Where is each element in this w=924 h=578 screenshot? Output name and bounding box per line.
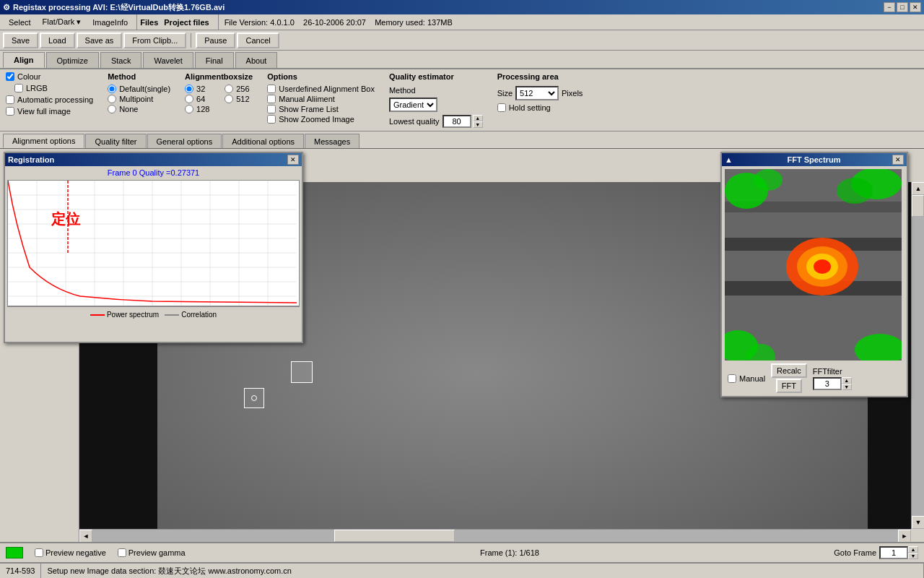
menu-select[interactable]: Select: [3, 17, 37, 28]
registration-close-btn[interactable]: ✕: [287, 155, 299, 165]
alignbox-256-radio[interactable]: [225, 85, 233, 93]
preview-negative-row: Preview negative: [35, 548, 106, 557]
from-clipb-button[interactable]: From Clipb...: [123, 33, 186, 48]
method-default-row: Default(single): [108, 85, 170, 93]
scroll-down-button[interactable]: ▼: [912, 516, 924, 529]
subtab-quality-filter[interactable]: Quality filter: [85, 134, 146, 148]
fft-manual-label: Manual: [739, 374, 765, 383]
goto-spinner-up[interactable]: ▲: [908, 546, 918, 553]
preview-gamma-checkbox[interactable]: [118, 548, 126, 557]
title-bar: ⚙ Registax processing AVI: E:\经VirtualDu…: [0, 0, 924, 14]
preview-negative-checkbox[interactable]: [35, 548, 43, 557]
fft-filter-group: FFTfilter ▲ ▼: [813, 367, 852, 390]
goto-spinner-down[interactable]: ▼: [908, 553, 918, 559]
hold-setting-label: Hold setting: [509, 103, 551, 112]
colour-checkbox[interactable]: [6, 72, 14, 81]
pause-button[interactable]: Pause: [196, 33, 235, 48]
status-bar: 714-593 Setup new Image data section: 燚速…: [0, 562, 924, 578]
files-label: Files: [140, 18, 158, 27]
alignbox-128-label: 128: [196, 105, 209, 113]
fft-content: Manual Recalc FFT FFTfilter ▲ ▼: [722, 166, 907, 399]
show-frame-row: Show Frame List: [267, 105, 375, 113]
save-button[interactable]: Save: [3, 33, 38, 48]
colour-options: Colour LRGB Automatic processing View fu…: [6, 72, 93, 116]
tab-align[interactable]: Align: [3, 52, 45, 68]
scroll-right-button[interactable]: ►: [898, 530, 911, 543]
auto-processing-label: Automatic processing: [17, 95, 93, 104]
v-scroll-thumb[interactable]: [912, 195, 924, 217]
alignbox-256-label: 256: [236, 85, 249, 93]
target-box-1: [291, 361, 313, 383]
spinner-up[interactable]: ▲: [473, 115, 483, 121]
v-scroll-track: [912, 195, 924, 516]
tab-stack[interactable]: Stack: [100, 52, 142, 68]
fft-filter-input[interactable]: [813, 377, 842, 390]
project-files-label: Project files: [164, 18, 209, 27]
svg-point-25: [814, 259, 831, 274]
maximize-button[interactable]: □: [897, 2, 908, 12]
auto-processing-checkbox[interactable]: [6, 95, 14, 104]
fft-manual-checkbox[interactable]: [728, 374, 736, 383]
size-row: Size 512 256 1024 Pixels: [497, 86, 583, 100]
scroll-left-button[interactable]: ◄: [79, 530, 92, 543]
subtab-additional-options[interactable]: Additional options: [222, 134, 304, 148]
fft-spinner-down[interactable]: ▼: [842, 384, 852, 390]
h-scroll-thumb[interactable]: [334, 530, 455, 542]
show-zoomed-checkbox[interactable]: [267, 115, 276, 124]
method-multipoint-radio[interactable]: [108, 95, 116, 103]
alignbox-64-label: 64: [196, 95, 205, 103]
recalc-button[interactable]: Recalc: [771, 363, 807, 378]
tab-optimize[interactable]: Optimize: [46, 52, 99, 68]
chinese-positioning-text: 定位: [51, 210, 80, 229]
fft-spinner-up[interactable]: ▲: [842, 377, 852, 384]
save-as-button[interactable]: Save as: [77, 33, 123, 48]
options-title: Options: [267, 72, 375, 81]
manual-checkbox[interactable]: [267, 95, 276, 103]
spinner-buttons: ▲ ▼: [473, 115, 483, 128]
coords-text: 714-593: [6, 566, 35, 575]
menu-imageinfo[interactable]: ImageInfo: [87, 17, 134, 28]
quality-method-label: Method: [389, 86, 416, 95]
userdefined-label: Userdefined Alignment Box: [279, 85, 375, 93]
alignbox-64-radio[interactable]: [185, 95, 193, 103]
alignbox-128-radio[interactable]: [185, 105, 193, 113]
method-default-radio[interactable]: [108, 85, 116, 93]
colour-check-row: Colour: [6, 72, 93, 81]
close-button[interactable]: ✕: [910, 2, 921, 12]
show-frame-checkbox[interactable]: [267, 105, 276, 113]
quality-method-select[interactable]: Gradient: [389, 98, 437, 112]
alignbox-512-label: 512: [236, 95, 249, 103]
cancel-button[interactable]: Cancel: [237, 33, 279, 48]
method-none-radio[interactable]: [108, 105, 116, 113]
fft-image-area: [725, 169, 902, 361]
graph-area: 定位: [7, 180, 300, 306]
subtab-general-options[interactable]: General options: [147, 134, 222, 148]
lrgb-checkbox[interactable]: [14, 84, 23, 92]
menu-flatdark[interactable]: Flat/Dark ▾: [37, 16, 87, 28]
spinner-down[interactable]: ▼: [473, 121, 483, 128]
frame-quality-text: Frame 0 Quality =0.27371: [7, 168, 300, 177]
method-none-row: None: [108, 105, 170, 113]
tab-final[interactable]: Final: [195, 52, 234, 68]
lowest-quality-input[interactable]: [443, 115, 471, 128]
load-button[interactable]: Load: [40, 33, 74, 48]
view-full-checkbox[interactable]: [6, 107, 14, 116]
alignbox-512-radio[interactable]: [225, 95, 233, 103]
fft-filter-label: FFTfilter: [813, 367, 842, 376]
goto-frame-input[interactable]: [879, 546, 908, 559]
recalc-fft-group: Recalc FFT: [771, 363, 807, 393]
scroll-up-button[interactable]: ▲: [912, 182, 924, 195]
hold-setting-checkbox[interactable]: [497, 103, 506, 112]
tab-wavelet[interactable]: Wavelet: [143, 52, 193, 68]
subtab-alignment-options[interactable]: Alignment options: [3, 134, 84, 148]
alignbox-32-radio[interactable]: [185, 85, 193, 93]
fft-close-btn[interactable]: ✕: [892, 155, 904, 165]
fft-button[interactable]: FFT: [776, 379, 802, 393]
size-select[interactable]: 512 256 1024: [515, 86, 559, 100]
subtab-messages[interactable]: Messages: [305, 134, 359, 148]
tab-about[interactable]: About: [235, 52, 278, 68]
userdefined-checkbox[interactable]: [267, 85, 276, 93]
power-spectrum-color: [90, 314, 105, 316]
minimize-button[interactable]: −: [884, 2, 895, 12]
view-full-row: View full image: [6, 107, 93, 116]
